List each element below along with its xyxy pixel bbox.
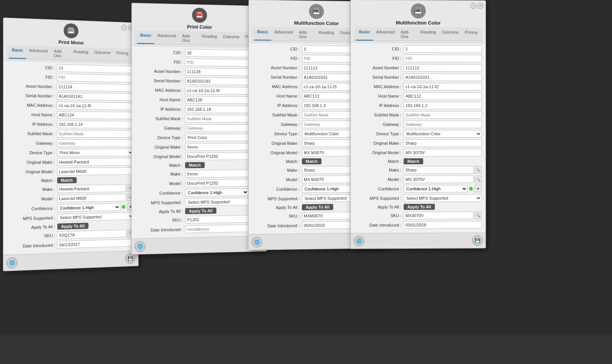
devicetype-select-4[interactable]: Multifunction Color: [404, 130, 482, 138]
hostname-row-2: Host Name :: [136, 96, 262, 104]
devicetype-row-1: Device Type : Print Mono: [7, 149, 133, 157]
globe-btn-2[interactable]: 🌐: [135, 241, 145, 252]
model-input-4[interactable]: [404, 176, 474, 183]
hostname-input-1[interactable]: [57, 111, 133, 119]
make-input-1[interactable]: [57, 184, 126, 193]
model-input-1[interactable]: [57, 194, 126, 202]
tab-basic-2[interactable]: Basic: [137, 32, 155, 44]
make-input-2[interactable]: [185, 170, 254, 178]
sku-input-1[interactable]: [57, 229, 126, 239]
globe-btn-1[interactable]: 🌐: [6, 257, 17, 268]
save-btn-1[interactable]: 💾: [125, 253, 135, 264]
expand-btn-4[interactable]: +: [477, 3, 483, 9]
tab-reading-2[interactable]: Reading: [199, 33, 220, 45]
gateway-input-1[interactable]: [57, 139, 133, 147]
dateintro-row-4: Date Introduced :: [355, 221, 482, 229]
tab-addons-4[interactable]: Add-Ons: [398, 29, 417, 41]
apply-to-all-button-4[interactable]: Apply To All: [404, 204, 435, 210]
mac-input-4[interactable]: [404, 83, 482, 90]
serial-input-1[interactable]: [57, 92, 133, 101]
mac-label-4: MAC Address :: [355, 84, 404, 89]
tab-reading-4[interactable]: Reading: [418, 29, 439, 41]
tab-advanced-4[interactable]: Advanced: [373, 29, 398, 41]
origmake-input-1[interactable]: [57, 158, 133, 166]
tab-outcome-4[interactable]: Outcome: [439, 29, 462, 41]
tab-advanced-1[interactable]: Advanced: [26, 47, 50, 60]
serial-input-4[interactable]: [404, 73, 482, 81]
confidence-select-2[interactable]: Confidence 1-High: [185, 188, 249, 197]
ip-input-1[interactable]: [57, 121, 133, 128]
apply-to-all-button-1[interactable]: Apply To All: [57, 223, 89, 229]
tab-advanced-2[interactable]: Advanced: [155, 32, 179, 44]
tab-reading-3[interactable]: Reading: [316, 29, 337, 41]
make-search-btn-4[interactable]: 🔍: [474, 166, 482, 174]
globe-btn-3[interactable]: 🌐: [251, 237, 262, 248]
tab-addons-1[interactable]: Add-Ons: [51, 47, 70, 60]
gateway-input-4[interactable]: [404, 121, 482, 128]
fid-row-4: FID :: [355, 55, 482, 63]
save-btn-4[interactable]: 💾: [472, 235, 483, 246]
model-input-2[interactable]: [185, 179, 254, 187]
cid-input-4[interactable]: [404, 45, 482, 53]
apply-to-all-button-2[interactable]: Apply To All: [185, 208, 216, 214]
dateintro-input-4[interactable]: [404, 221, 482, 229]
sku-search-btn-4[interactable]: 🔍: [474, 211, 482, 219]
match-button-4[interactable]: Match: [404, 158, 423, 164]
origmake-input-4[interactable]: [404, 139, 482, 147]
panel-controls-4: − +: [470, 3, 483, 9]
origmodel-input-1[interactable]: [57, 167, 133, 176]
model-search-btn-4[interactable]: 🔍: [474, 176, 482, 183]
asset-input-4[interactable]: [404, 64, 482, 72]
tab-basic-4[interactable]: Basic: [356, 28, 373, 40]
globe-btn-4[interactable]: 🌐: [354, 236, 364, 246]
tab-pricing-1[interactable]: Pricing: [113, 49, 132, 61]
match-button-3[interactable]: Match: [302, 158, 321, 164]
tab-pricing-4[interactable]: Pricing: [462, 29, 480, 41]
origmake-label-2: Original Make :: [135, 145, 185, 150]
sku-input-2[interactable]: [185, 215, 255, 223]
mac-input-1[interactable]: [57, 102, 133, 110]
tab-basic-3[interactable]: Basic: [254, 28, 271, 40]
tab-addons-2[interactable]: Add-Ons: [179, 32, 199, 45]
match-button-1[interactable]: Match: [57, 177, 77, 184]
make-label-4: Make :: [355, 168, 404, 172]
fid-input-1[interactable]: [57, 73, 133, 83]
asset-row-2: Asset Number :: [136, 67, 262, 76]
mps-select-1[interactable]: Select MPS Supported: [57, 212, 134, 222]
mps-label-2: MPS Supported :: [135, 200, 185, 205]
sku-input-4[interactable]: [404, 212, 474, 220]
confidence-dot-4: [469, 187, 473, 191]
hostname-input-4[interactable]: [404, 92, 482, 100]
asset-label-4: Asset Number :: [355, 66, 404, 70]
cid-input-1[interactable]: [57, 64, 133, 73]
tab-basic-1[interactable]: Basic: [9, 46, 26, 59]
ip-row-4: IP Address :: [355, 102, 482, 109]
minimize-btn-4[interactable]: −: [470, 3, 476, 9]
tab-advanced-3[interactable]: Advanced: [271, 29, 296, 41]
panel-title-3: Multifunction Color: [294, 20, 339, 26]
match-button-2[interactable]: Match: [185, 162, 205, 168]
confidence-btn-4[interactable]: ▼: [474, 185, 482, 193]
fid-input-4[interactable]: [404, 55, 482, 63]
cid-row-2: CID :: [136, 48, 262, 58]
tab-outcome-1[interactable]: Outcome: [91, 49, 113, 61]
confidence-select-1[interactable]: Confidence 1-High: [57, 203, 121, 212]
tab-addons-3[interactable]: Add-Ons: [296, 29, 315, 41]
ip-input-4[interactable]: [404, 102, 482, 109]
apply-to-all-button-3[interactable]: Apply To All: [302, 204, 333, 210]
asset-input-1[interactable]: [57, 83, 133, 92]
tab-outcome-2[interactable]: Outcome: [220, 33, 243, 46]
minimize-btn-1[interactable]: −: [121, 24, 127, 31]
fid-row-1: FID :: [7, 72, 133, 83]
tab-reading-1[interactable]: Reading: [70, 48, 92, 61]
panel-multifunction-color-4: − + Multifunction Color Basic Advanced A…: [350, 0, 486, 249]
subnet-input-4[interactable]: [404, 111, 482, 119]
make-input-4[interactable]: [404, 166, 474, 174]
origmodel-input-4[interactable]: [404, 149, 482, 156]
mps-select-4[interactable]: Select MPS Supported: [404, 194, 482, 202]
dateintro-input-1[interactable]: [57, 239, 135, 249]
serial-row-2: Serial Number :: [136, 77, 262, 86]
confidence-select-4[interactable]: Confidence 1-High: [404, 185, 468, 193]
subnet-input-1[interactable]: [57, 130, 133, 138]
devicetype-select-1[interactable]: Print Mono: [57, 149, 133, 156]
